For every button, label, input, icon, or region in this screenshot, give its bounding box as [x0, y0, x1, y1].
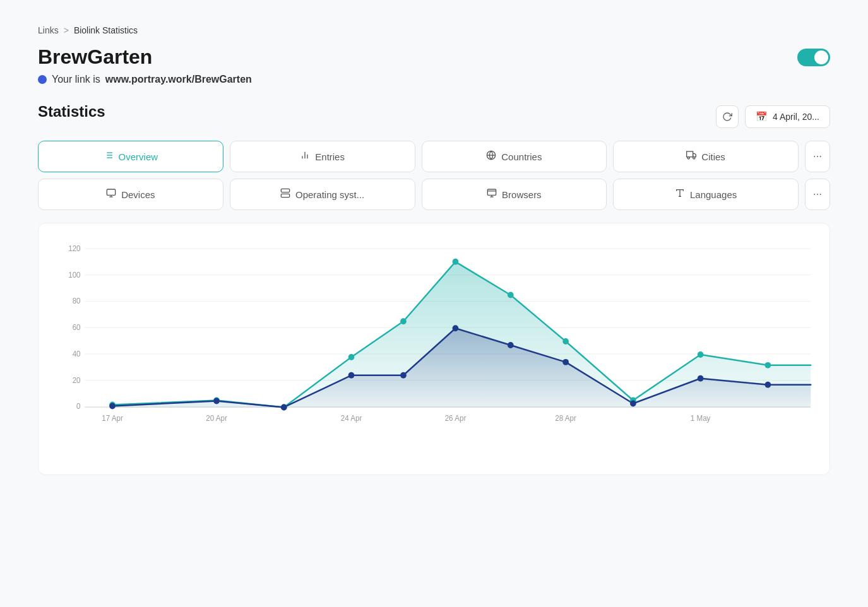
tabs-row-1: Overview Entries Countries	[38, 141, 830, 172]
svg-point-72	[765, 382, 771, 388]
tab-overflow-2[interactable]: ⋯	[805, 179, 830, 210]
tab-entries-label: Entries	[315, 151, 345, 162]
statistics-chart: 120 100 80 60 40 20 0 17 Apr 20 Apr 24 A…	[51, 242, 817, 456]
svg-text:20: 20	[73, 376, 81, 384]
svg-point-66	[400, 372, 407, 379]
svg-point-71	[698, 375, 704, 382]
tab-languages[interactable]: Languages	[613, 179, 799, 210]
svg-text:60: 60	[73, 323, 81, 331]
svg-text:20 Apr: 20 Apr	[206, 414, 227, 422]
countries-icon	[486, 150, 496, 163]
tab-overview-label: Overview	[119, 151, 158, 162]
biolink-toggle[interactable]	[797, 49, 830, 66]
link-status-dot	[38, 75, 47, 84]
browsers-icon	[487, 188, 497, 201]
overflow-dots-1: ⋯	[813, 151, 822, 162]
svg-text:26 Apr: 26 Apr	[445, 414, 467, 422]
tab-operating-systems[interactable]: Operating syst...	[230, 179, 415, 210]
svg-point-54	[348, 354, 355, 360]
calendar-icon: 📅	[756, 111, 768, 122]
refresh-button[interactable]	[716, 105, 739, 128]
svg-point-65	[348, 372, 355, 379]
breadcrumb-current: Biolink Statistics	[74, 25, 138, 35]
tab-countries[interactable]: Countries	[422, 141, 607, 172]
tab-countries-label: Countries	[501, 151, 542, 162]
entries-icon	[300, 150, 310, 163]
svg-text:80: 80	[73, 297, 81, 305]
svg-point-14	[693, 157, 695, 159]
svg-text:24 Apr: 24 Apr	[341, 414, 362, 422]
date-label: 4 April, 20...	[773, 112, 819, 122]
svg-point-58	[562, 338, 569, 345]
link-row: Your link is www.portray.work/BrewGarten	[38, 74, 830, 85]
breadcrumb-links[interactable]: Links	[38, 25, 59, 35]
svg-text:120: 120	[68, 244, 81, 252]
tab-devices-label: Devices	[121, 189, 155, 200]
statistics-title: Statistics	[38, 103, 105, 121]
os-icon	[280, 188, 290, 201]
page-title: BrewGarten	[38, 45, 152, 69]
link-url[interactable]: www.portray.work/BrewGarten	[105, 74, 252, 85]
svg-point-69	[562, 359, 569, 365]
svg-text:100: 100	[68, 271, 81, 279]
svg-point-60	[698, 351, 704, 358]
date-controls: 📅 4 April, 20...	[716, 105, 830, 128]
svg-point-13	[687, 157, 689, 159]
svg-point-63	[213, 398, 220, 404]
tab-languages-label: Languages	[690, 189, 737, 200]
date-picker-button[interactable]: 📅 4 April, 20...	[745, 105, 830, 128]
cities-icon	[686, 150, 696, 163]
tab-cities[interactable]: Cities	[613, 141, 799, 172]
svg-point-68	[508, 342, 514, 348]
svg-text:40: 40	[73, 350, 81, 358]
svg-text:1 May: 1 May	[691, 414, 711, 422]
toggle-slider	[797, 49, 830, 66]
tab-browsers-label: Browsers	[502, 189, 542, 200]
tab-os-label: Operating syst...	[295, 189, 364, 200]
svg-point-62	[109, 403, 116, 409]
tab-entries[interactable]: Entries	[230, 141, 415, 172]
svg-text:0: 0	[76, 402, 81, 410]
svg-rect-19	[281, 194, 289, 197]
svg-point-56	[453, 259, 459, 265]
svg-text:17 Apr: 17 Apr	[102, 414, 123, 422]
svg-point-55	[400, 318, 407, 324]
svg-point-57	[508, 292, 514, 298]
svg-rect-15	[107, 189, 116, 195]
tab-overflow-1[interactable]: ⋯	[805, 141, 830, 172]
svg-point-70	[630, 401, 636, 407]
languages-icon	[675, 188, 685, 201]
tab-overview[interactable]: Overview	[38, 141, 223, 172]
svg-rect-18	[281, 189, 289, 192]
svg-rect-11	[687, 151, 693, 157]
breadcrumb-separator: >	[64, 25, 69, 35]
chart-container: 120 100 80 60 40 20 0 17 Apr 20 Apr 24 A…	[38, 223, 830, 475]
svg-marker-12	[693, 153, 696, 156]
svg-point-67	[453, 325, 459, 331]
svg-text:28 Apr: 28 Apr	[555, 414, 576, 422]
overflow-dots-2: ⋯	[813, 189, 822, 199]
link-prefix: Your link is	[52, 74, 100, 85]
svg-rect-22	[487, 189, 496, 195]
tab-browsers[interactable]: Browsers	[422, 179, 607, 210]
svg-point-61	[765, 362, 771, 368]
devices-icon	[106, 188, 116, 201]
tab-cities-label: Cities	[701, 151, 725, 162]
svg-point-64	[281, 404, 287, 410]
tabs-row-2: Devices Operating syst...	[38, 179, 830, 210]
overview-icon	[104, 150, 114, 163]
tab-devices[interactable]: Devices	[38, 179, 223, 210]
breadcrumb: Links > Biolink Statistics	[38, 25, 830, 35]
